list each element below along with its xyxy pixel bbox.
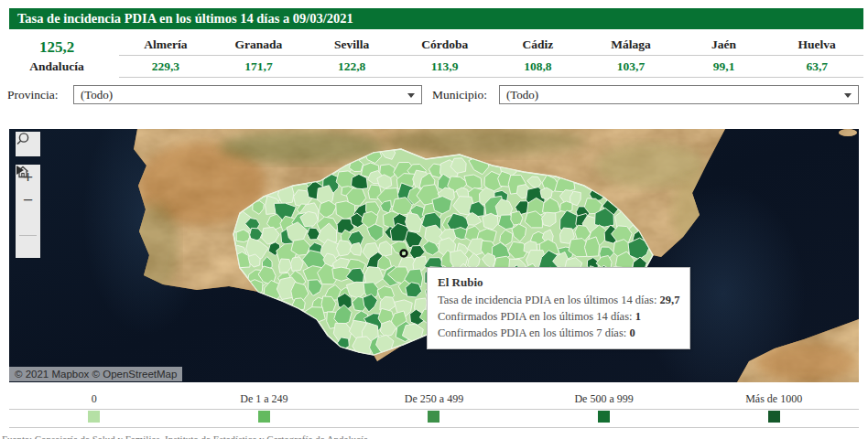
zoom-out-button[interactable]: − xyxy=(16,189,40,210)
province-column: Granada171,7 xyxy=(212,37,306,78)
province-name: Córdoba xyxy=(398,37,492,55)
province-value: 122,8 xyxy=(305,55,398,78)
province-value: 63,7 xyxy=(770,55,863,78)
legend-label: De 250 a 499 xyxy=(349,392,519,409)
legend-swatch-cell xyxy=(689,411,859,426)
tooltip-row-value: 1 xyxy=(635,310,641,323)
legend-swatch-cell xyxy=(519,411,689,426)
municipality-cell[interactable] xyxy=(584,237,599,257)
province-value: 171,7 xyxy=(212,55,306,78)
tooltip-row-label: Confirmados PDIA en los últimos 7 días: xyxy=(438,327,629,339)
expand-toolbar-button[interactable] xyxy=(16,236,40,257)
minus-icon: − xyxy=(23,190,33,210)
legend-swatch-cell xyxy=(9,411,179,426)
map-zoom-controls: + − xyxy=(16,165,40,258)
legend-swatch[interactable] xyxy=(258,411,270,423)
legend-swatch-cell xyxy=(179,411,350,426)
region-summary: 125,2 Andalucía xyxy=(11,38,103,74)
arrow-right-icon xyxy=(16,165,25,176)
province-column: Córdoba113,9 xyxy=(398,37,492,78)
province-value: 113,9 xyxy=(398,55,492,78)
tooltip-title: El Rubio xyxy=(438,275,679,290)
legend-label: Más de 1000 xyxy=(689,392,859,409)
province-column: Sevilla122,8 xyxy=(305,37,398,78)
tooltip-row-label: Tasa de incidencia PDIA en los últimos 1… xyxy=(438,294,660,306)
tooltip-row-value: 29,7 xyxy=(660,294,680,306)
legend-swatch[interactable] xyxy=(88,411,100,423)
province-name: Almería xyxy=(119,37,212,55)
province-value: 103,7 xyxy=(584,55,678,78)
page-title: Tasa de incidencia PDIA en los últimos 1… xyxy=(17,11,353,26)
tooltip-row: Confirmados PDIA en los últimos 14 días:… xyxy=(438,308,679,325)
tooltip-row: Confirmados PDIA en los últimos 7 días: … xyxy=(438,325,679,341)
map-search-button[interactable] xyxy=(16,132,40,156)
municipio-dropdown[interactable]: (Todo) xyxy=(499,85,859,104)
province-name: Sevilla xyxy=(305,37,398,55)
legend-swatch[interactable] xyxy=(598,411,610,423)
chevron-down-icon xyxy=(844,93,852,98)
provincia-dropdown[interactable]: (Todo) xyxy=(73,85,422,104)
legend-label: 0 xyxy=(9,392,179,409)
map-attribution: © 2021 Mapbox © OpenStreetMap xyxy=(9,367,182,381)
province-column: Cádiz108,8 xyxy=(492,37,585,78)
title-bar: Tasa de incidencia PDIA en los últimos 1… xyxy=(9,8,863,29)
municipality-cell[interactable] xyxy=(560,201,573,212)
legend: 0De 1 a 249De 250 a 499De 500 a 999Más d… xyxy=(9,392,859,428)
legend-label: De 1 a 249 xyxy=(179,392,350,409)
legend-swatches xyxy=(9,410,859,428)
tooltip-row-value: 0 xyxy=(629,327,635,339)
tooltip-row: Tasa de incidencia PDIA en los últimos 1… xyxy=(438,292,679,308)
footer-note: Fuente: Consejería de Salud y Familias. … xyxy=(2,434,868,439)
municipio-dropdown-value: (Todo) xyxy=(506,88,538,102)
province-name: Granada xyxy=(212,37,306,55)
province-name: Huelva xyxy=(770,37,863,55)
tooltip-rows: Tasa de incidencia PDIA en los últimos 1… xyxy=(438,292,679,341)
provincia-dropdown-value: (Todo) xyxy=(81,88,113,102)
province-column: Málaga103,7 xyxy=(584,37,678,78)
province-name: Cádiz xyxy=(492,37,585,55)
province-name: Jaén xyxy=(678,37,771,55)
chevron-down-icon xyxy=(407,93,415,98)
choropleth-map[interactable]: + − El Rubio Tasa de incidencia PDIA en … xyxy=(9,129,859,382)
region-summary-label: Andalucía xyxy=(11,59,103,74)
province-value: 108,8 xyxy=(492,55,585,78)
legend-labels: 0De 1 a 249De 250 a 499De 500 a 999Más d… xyxy=(9,392,859,410)
tooltip-row-label: Confirmados PDIA en los últimos 14 días: xyxy=(438,310,635,323)
province-column: Jaén99,1 xyxy=(678,37,771,78)
map-tooltip: El Rubio Tasa de incidencia PDIA en los … xyxy=(427,267,690,349)
region-summary-value: 125,2 xyxy=(11,38,103,57)
province-value: 99,1 xyxy=(678,55,771,78)
municipio-filter-label: Municipio: xyxy=(432,88,487,102)
legend-swatch[interactable] xyxy=(768,411,780,423)
province-table: Almería229,3Granada171,7Sevilla122,8Córd… xyxy=(119,37,863,78)
reset-view-button[interactable] xyxy=(16,210,40,235)
province-column: Almería229,3 xyxy=(119,37,212,78)
municipality-cell[interactable] xyxy=(332,267,350,281)
legend-swatch-cell xyxy=(349,411,519,426)
provincia-filter-label: Provincia: xyxy=(7,88,59,102)
province-column: Huelva63,7 xyxy=(770,37,863,78)
province-value: 229,3 xyxy=(119,55,212,78)
search-icon xyxy=(16,132,30,146)
legend-swatch[interactable] xyxy=(428,411,439,423)
province-name: Málaga xyxy=(584,37,678,55)
legend-label: De 500 a 999 xyxy=(519,392,689,409)
